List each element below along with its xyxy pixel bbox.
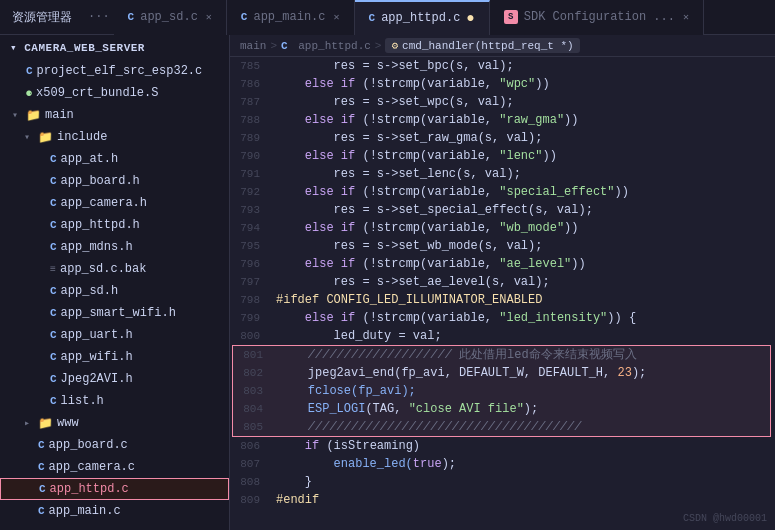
line-content: res = s->set_raw_gma(s, val);	[272, 129, 775, 147]
code-line: 795 res = s->set_wb_mode(s, val);	[230, 237, 775, 255]
line-content: else if (!strcmp(variable, "lenc"))	[272, 147, 775, 165]
file-label: app_at.h	[61, 152, 119, 166]
code-line: 808 }	[230, 473, 775, 491]
code-line: 789 res = s->set_raw_gma(s, val);	[230, 129, 775, 147]
folder-label: include	[57, 130, 107, 144]
line-content: }	[272, 473, 775, 491]
folder-icon: 📁	[38, 416, 53, 431]
file-label: list.h	[61, 394, 104, 408]
code-line: 796 else if (!strcmp(variable, "ae_level…	[230, 255, 775, 273]
folder-label: www	[57, 416, 79, 430]
tree-item[interactable]: C Jpeg2AVI.h	[0, 368, 229, 390]
more-options[interactable]: ···	[84, 10, 114, 24]
file-label: app_main.c	[49, 504, 121, 518]
file-label: app_camera.c	[49, 460, 135, 474]
tree-item[interactable]: C app_uart.h	[0, 324, 229, 346]
line-number: 794	[230, 219, 272, 237]
line-content: #endif	[272, 491, 775, 509]
tree-item[interactable]: C app_sd.h	[0, 280, 229, 302]
c-icon: C	[38, 505, 45, 517]
folder-icon: 📁	[38, 130, 53, 145]
asm-icon: ⚈	[26, 87, 32, 99]
line-number: 792	[230, 183, 272, 201]
tree-item[interactable]: C app_camera.c	[0, 456, 229, 478]
line-number: 802	[233, 364, 275, 382]
code-line: 804 ESP_LOGI(TAG, "close AVI file");	[232, 400, 771, 418]
tab-close-btn[interactable]: ✕	[683, 11, 689, 23]
tab-sdk_config[interactable]: SSDK Configuration ...✕	[490, 0, 704, 35]
file-label: app_mdns.h	[61, 240, 133, 254]
code-line: 791 res = s->set_lenc(s, val);	[230, 165, 775, 183]
code-line: 798#ifdef CONFIG_LED_ILLUMINATOR_ENABLED	[230, 291, 775, 309]
file-label: app_uart.h	[61, 328, 133, 342]
c-icon: C	[369, 12, 376, 24]
tab-close-btn[interactable]: ✕	[333, 11, 339, 23]
line-number: 791	[230, 165, 272, 183]
line-content: else if (!strcmp(variable, "led_intensit…	[272, 309, 775, 327]
line-content: else if (!strcmp(variable, "wb_mode"))	[272, 219, 775, 237]
tree-item[interactable]: C app_at.h	[0, 148, 229, 170]
folder-label: main	[45, 108, 74, 122]
line-number: 809	[230, 491, 272, 509]
c-icon: C	[50, 395, 57, 407]
line-content: enable_led(true);	[272, 455, 775, 473]
line-content: res = s->set_wb_mode(s, val);	[272, 237, 775, 255]
tree-item[interactable]: C app_httpd.c	[0, 478, 229, 500]
tree-item[interactable]: ▾ 📁 main	[0, 104, 229, 126]
top-bar: 资源管理器 ··· Capp_sd.c✕Capp_main.c✕Capp_htt…	[0, 0, 775, 35]
tree-item[interactable]: C app_camera.h	[0, 192, 229, 214]
line-number: 801	[233, 346, 275, 364]
file-label: app_camera.h	[61, 196, 147, 210]
tab-label: app_httpd.c	[381, 11, 460, 25]
file-label: Jpeg2AVI.h	[61, 372, 133, 386]
code-line: 790 else if (!strcmp(variable, "lenc"))	[230, 147, 775, 165]
line-number: 800	[230, 327, 272, 345]
file-label: app_httpd.c	[50, 482, 129, 496]
tree-item[interactable]: ⚈ x509_crt_bundle.S	[0, 82, 229, 104]
tree-item[interactable]: ▸ 📁 www	[0, 412, 229, 434]
breadcrumb-function: ⚙ cmd_handler(httpd_req_t *)	[385, 38, 579, 53]
sidebar-title: 资源管理器	[0, 9, 84, 26]
line-content: ESP_LOGI(TAG, "close AVI file");	[275, 400, 770, 418]
tree-item[interactable]: C app_mdns.h	[0, 236, 229, 258]
tree-item[interactable]: C app_wifi.h	[0, 346, 229, 368]
line-content: else if (!strcmp(variable, "raw_gma"))	[272, 111, 775, 129]
tree-item[interactable]: C app_httpd.h	[0, 214, 229, 236]
folder-arrow: ▾	[12, 109, 26, 121]
file-label: app_smart_wifi.h	[61, 306, 176, 320]
c-icon: C	[50, 197, 57, 209]
tree-item[interactable]: C app_main.c	[0, 500, 229, 522]
file-label: app_board.h	[61, 174, 140, 188]
tree-item[interactable]: ▾ 📁 include	[0, 126, 229, 148]
tree-item[interactable]: C app_smart_wifi.h	[0, 302, 229, 324]
line-number: 790	[230, 147, 272, 165]
line-content: jpeg2avi_end(fp_avi, DEFAULT_W, DEFAULT_…	[275, 364, 770, 382]
line-number: 796	[230, 255, 272, 273]
line-number: 803	[233, 382, 275, 400]
code-line: 793 res = s->set_special_effect(s, val);	[230, 201, 775, 219]
tab-app_httpd[interactable]: Capp_httpd.c●	[355, 0, 490, 35]
tree-item[interactable]: C app_board.c	[0, 434, 229, 456]
folder-arrow: ▸	[24, 417, 38, 429]
c-icon: C	[38, 439, 45, 451]
tab-close-btn[interactable]: ✕	[206, 11, 212, 23]
code-line: 797 res = s->set_ae_level(s, val);	[230, 273, 775, 291]
code-line: 799 else if (!strcmp(variable, "led_inte…	[230, 309, 775, 327]
file-label: app_sd.c.bak	[60, 262, 146, 276]
code-line: 807 enable_led(true);	[230, 455, 775, 473]
line-content: #ifdef CONFIG_LED_ILLUMINATOR_ENABLED	[272, 291, 775, 309]
line-number: 805	[233, 418, 275, 436]
tree-item[interactable]: C app_board.h	[0, 170, 229, 192]
file-label: app_wifi.h	[61, 350, 133, 364]
tab-modified-dot: ●	[466, 11, 474, 25]
tree-item[interactable]: C project_elf_src_esp32.c	[0, 60, 229, 82]
file-tree: C project_elf_src_esp32.c ⚈ x509_crt_bun…	[0, 60, 229, 522]
tab-app_sd[interactable]: Capp_sd.c✕	[114, 0, 227, 35]
tab-app_main[interactable]: Capp_main.c✕	[227, 0, 355, 35]
line-content: //////////////////// 此处借用led命令来结束视频写入	[275, 346, 770, 364]
tree-item[interactable]: ≡ app_sd.c.bak	[0, 258, 229, 280]
line-number: 804	[233, 400, 275, 418]
code-editor[interactable]: 785 res = s->set_bpc(s, val);786 else if…	[230, 57, 775, 530]
code-line: 787 res = s->set_wpc(s, val);	[230, 93, 775, 111]
tree-item[interactable]: C list.h	[0, 390, 229, 412]
